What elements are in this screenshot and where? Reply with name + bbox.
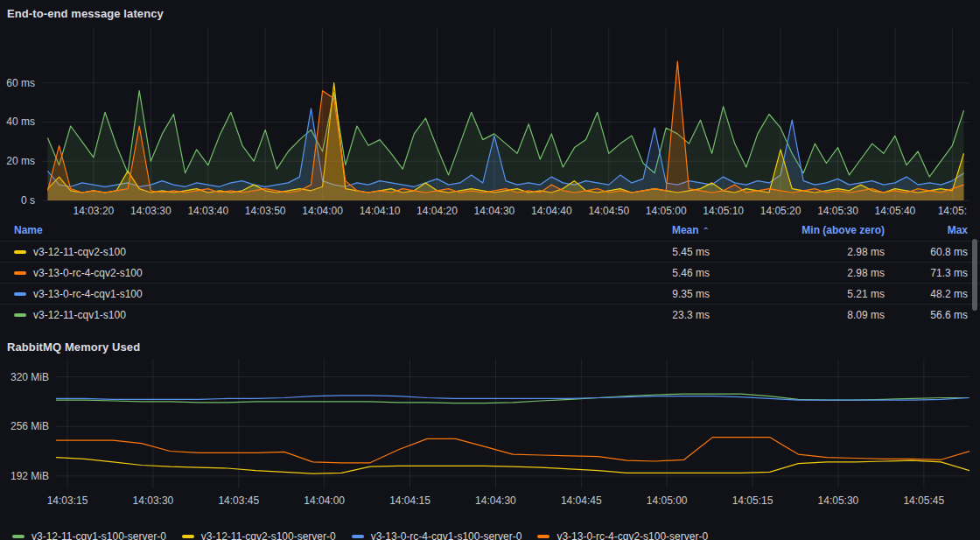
x-axis-tick-label: 14:05:40: [875, 205, 916, 217]
x-axis-tick-label: 14:04:15: [389, 494, 430, 507]
x-axis-tick-label: 14:05:30: [817, 205, 858, 217]
x-axis-tick-label: 14:05:30: [818, 494, 859, 507]
series-toggle-cqv2-s100[interactable]: v3-12-11-cqv2-s100: [14, 246, 613, 258]
mean-value: 9.35 ms: [613, 288, 710, 300]
legend-scrollbar[interactable]: [972, 239, 977, 311]
series-color-swatch: [182, 535, 194, 538]
latency-legend-table: Name Mean⌃ Min (above zero) Max v3-12-11…: [0, 220, 980, 325]
x-axis-tick-label: 14:05:00: [647, 494, 688, 507]
sort-ascending-icon: ⌃: [703, 226, 710, 235]
panel-memory: RabbitMQ Memory Used 192 MiB256 MiB320 M…: [0, 333, 980, 540]
min-value: 2.98 ms: [710, 267, 885, 279]
column-header-name[interactable]: Name: [14, 224, 613, 236]
series-color-swatch: [14, 271, 26, 275]
x-axis-tick-label: 14:03:45: [218, 494, 259, 507]
series-name: v3-13-0-rc-4-cqv1-s100-server-0: [371, 530, 522, 540]
y-axis-tick-label: 20 ms: [6, 155, 35, 167]
min-value: 8.09 ms: [710, 309, 885, 321]
x-axis-tick-label: 14:05:15: [732, 494, 774, 507]
series-color-swatch: [537, 535, 550, 538]
series-name: v3-13-0-rc-4-cqv2-s100: [33, 267, 143, 279]
table-row: v3-13-0-rc-4-cqv1-s100 9.35 ms 5.21 ms 4…: [0, 283, 980, 304]
table-row: v3-13-0-rc-4-cqv2-s100 5.46 ms 2.98 ms 7…: [0, 262, 980, 283]
legend-table-header-row: Name Mean⌃ Min (above zero) Max: [0, 220, 980, 241]
y-axis-tick-label: 60 ms: [6, 77, 35, 89]
x-axis-tick-label: 14:04:00: [302, 205, 343, 217]
x-axis-tick-label: 14:03:40: [187, 205, 228, 217]
series-toggle-cqv1-server[interactable]: v3-12-11-cqv1-s100-server-0: [12, 530, 166, 540]
memory-chart[interactable]: 192 MiB256 MiB320 MiB14:03:1514:03:3014:…: [0, 359, 980, 527]
x-axis-tick-label: 14:04:40: [531, 205, 572, 217]
max-value: 48.2 ms: [885, 288, 968, 300]
min-value: 5.21 ms: [710, 288, 885, 300]
x-axis-tick-label: 14:03:50: [245, 205, 286, 217]
x-axis-tick-label: 14:03:20: [74, 205, 115, 217]
x-axis-tick-label: 14:05:20: [760, 205, 802, 217]
x-axis-tick-label: 14:05:10: [703, 205, 744, 217]
series-name: v3-13-0-rc-4-cqv2-s100-server-0: [556, 530, 708, 540]
max-value: 56.6 ms: [885, 309, 968, 321]
series-toggle-cqv1-s100[interactable]: v3-12-11-cqv1-s100: [14, 309, 613, 321]
x-axis-tick-label: 14:03:30: [133, 494, 174, 507]
max-value: 71.3 ms: [885, 267, 968, 279]
x-axis-tick-label: 14:04:50: [588, 205, 629, 217]
series-color-swatch: [14, 250, 26, 254]
series-toggle-rc4-cqv2-s100[interactable]: v3-13-0-rc-4-cqv2-s100: [14, 267, 613, 279]
series-line: [56, 438, 970, 463]
x-axis-tick-label: 14:05:00: [646, 205, 687, 217]
series-name: v3-12-11-cqv2-s100: [33, 246, 126, 258]
series-color-swatch: [14, 313, 26, 317]
series-toggle-rc4-cqv2-server[interactable]: v3-13-0-rc-4-cqv2-s100-server-0: [537, 530, 708, 540]
x-axis-tick-label: 14:04:10: [360, 205, 401, 217]
x-axis-tick-label: 14:04:20: [416, 205, 458, 217]
y-axis-tick-label: 0 s: [21, 194, 35, 207]
column-header-max[interactable]: Max: [885, 224, 968, 236]
column-header-min[interactable]: Min (above zero): [710, 224, 885, 236]
series-line: [56, 458, 970, 474]
series-toggle-cqv2-server[interactable]: v3-12-11-cqv2-s100-server-0: [182, 530, 336, 540]
table-row: v3-12-11-cqv1-s100 23.3 ms 8.09 ms 56.6 …: [0, 304, 980, 325]
mean-value: 5.45 ms: [613, 246, 710, 258]
y-axis-tick-label: 320 MiB: [10, 371, 49, 383]
x-axis-tick-label: 14:03:30: [130, 205, 172, 217]
min-value: 2.98 ms: [710, 246, 885, 258]
series-toggle-rc4-cqv1-server[interactable]: v3-13-0-rc-4-cqv1-s100-server-0: [352, 530, 522, 540]
x-axis-tick-label: 14:03:15: [47, 494, 88, 507]
mean-value: 5.46 ms: [613, 267, 710, 279]
y-axis-tick-label: 40 ms: [6, 116, 35, 128]
mean-value: 23.3 ms: [613, 309, 710, 321]
series-line: [56, 396, 970, 400]
y-axis-tick-label: 192 MiB: [10, 470, 49, 482]
series-name: v3-13-0-rc-4-cqv1-s100: [33, 288, 143, 300]
series-name: v3-12-11-cqv1-s100-server-0: [32, 530, 166, 540]
table-row: v3-12-11-cqv2-s100 5.45 ms 2.98 ms 60.8 …: [0, 241, 980, 262]
column-header-mean[interactable]: Mean⌃: [613, 224, 710, 236]
series-color-swatch: [12, 535, 24, 538]
series-color-swatch: [14, 292, 26, 296]
latency-chart[interactable]: 0 s20 ms40 ms60 ms14:03:2014:03:3014:03:…: [0, 25, 980, 220]
series-toggle-rc4-cqv1-s100[interactable]: v3-13-0-rc-4-cqv1-s100: [14, 288, 613, 300]
x-axis-tick-label: 14:04:00: [304, 494, 345, 507]
series-name: v3-12-11-cqv1-s100: [33, 309, 126, 321]
y-axis-tick-label: 256 MiB: [10, 420, 49, 432]
x-axis-tick-label: 14:04:30: [475, 494, 516, 507]
series-name: v3-12-11-cqv2-s100-server-0: [201, 530, 336, 540]
panel-title-memory[interactable]: RabbitMQ Memory Used: [0, 333, 147, 359]
x-axis-tick-label: 14:05:45: [903, 494, 944, 507]
column-header-mean-label: Mean: [672, 224, 699, 236]
x-axis-tick-label: 14:04:45: [561, 494, 602, 507]
panel-latency: End-to-end message latency 0 s20 ms40 ms…: [0, 0, 980, 325]
x-axis-tick-label: 14:05:: [938, 205, 967, 217]
series-color-swatch: [352, 535, 364, 538]
x-axis-tick-label: 14:04:30: [474, 205, 515, 217]
panel-title-latency[interactable]: End-to-end message latency: [0, 0, 171, 25]
max-value: 60.8 ms: [885, 246, 968, 258]
memory-legend: v3-12-11-cqv1-s100-server-0 v3-12-11-cqv…: [0, 527, 980, 540]
